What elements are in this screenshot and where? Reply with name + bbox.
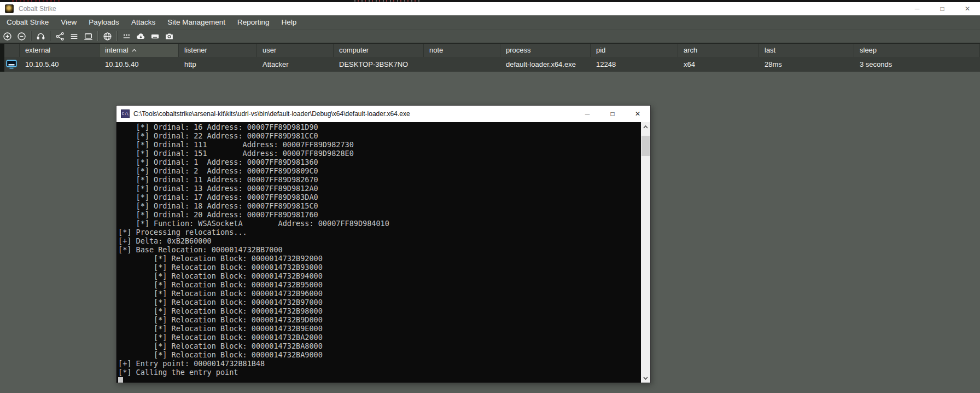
menu-payloads[interactable]: Payloads <box>83 15 125 29</box>
toolbar-separator <box>97 31 98 41</box>
sessions-table-header: external internal listener user computer… <box>0 43 980 57</box>
menu-bar: Cobalt Strike View Payloads Attacks Site… <box>0 15 980 29</box>
menu-cobalt-strike[interactable]: Cobalt Strike <box>1 15 55 29</box>
console-output-area: [*] Ordinal: 16 Address: 00007FF89D981D9… <box>116 122 650 383</box>
close-button[interactable]: ✕ <box>955 2 980 15</box>
window-controls: ─ □ ✕ <box>905 2 980 15</box>
keystrokes-icon[interactable] <box>148 30 162 42</box>
console-window: C:\ C:\Tools\cobaltstrike\arsenal-kit\ki… <box>116 105 651 383</box>
cobalt-strike-app-icon <box>5 4 14 13</box>
cell-arch: x64 <box>678 57 759 72</box>
window-title: Cobalt Strike <box>19 5 56 13</box>
pivot-graph-icon[interactable] <box>52 30 67 42</box>
disconnect-icon[interactable] <box>14 30 28 42</box>
downloads-icon[interactable] <box>133 30 148 42</box>
console-scrollbar[interactable] <box>641 122 650 383</box>
main-window-titlebar[interactable]: Cobalt Strike ─ □ ✕ <box>0 2 980 15</box>
column-header-icon[interactable] <box>0 44 20 57</box>
console-output-text: [*] Ordinal: 16 Address: 00007FF89D981D9… <box>116 122 641 383</box>
menu-reporting[interactable]: Reporting <box>231 15 276 29</box>
credentials-icon[interactable] <box>119 30 133 42</box>
console-close-button[interactable]: ✕ <box>625 106 650 122</box>
targets-table-icon[interactable] <box>81 30 95 42</box>
menu-view[interactable]: View <box>55 15 83 29</box>
background-remnant-pixels <box>12 0 61 2</box>
listeners-icon[interactable] <box>33 30 48 42</box>
column-header-arch[interactable]: arch <box>678 44 759 57</box>
scrollbar-thumb[interactable] <box>641 136 650 156</box>
web-log-icon[interactable] <box>100 30 114 42</box>
column-header-internal-label: internal <box>105 44 129 57</box>
toolbar-separator <box>50 31 50 41</box>
toolbar-separator <box>116 31 117 41</box>
cmd-icon: C:\ <box>121 109 130 118</box>
cell-computer: DESKTOP-3BSK7NO <box>334 57 424 72</box>
background-remnant-pixels <box>354 0 420 2</box>
scrollbar-down-arrow-icon[interactable] <box>641 373 650 383</box>
scrollbar-up-arrow-icon[interactable] <box>641 122 650 131</box>
sort-ascending-icon <box>132 49 137 52</box>
minimize-button[interactable]: ─ <box>905 2 930 15</box>
menu-attacks[interactable]: Attacks <box>125 15 161 29</box>
column-header-last[interactable]: last <box>759 44 854 57</box>
connect-icon[interactable] <box>0 30 14 42</box>
cell-internal: 10.10.5.40 <box>100 57 179 72</box>
column-header-note[interactable]: note <box>424 44 500 57</box>
console-cursor <box>118 377 123 383</box>
beacon-session-icon <box>6 60 17 69</box>
console-titlebar[interactable]: C:\ C:\Tools\cobaltstrike\arsenal-kit\ki… <box>116 106 650 122</box>
cell-listener: http <box>179 57 257 72</box>
column-header-process[interactable]: process <box>500 44 591 57</box>
column-header-sleep[interactable]: sleep <box>854 44 980 57</box>
cell-user: Attacker <box>257 57 334 72</box>
menu-site-management[interactable]: Site Management <box>161 15 231 29</box>
cell-note <box>424 57 500 72</box>
cell-last: 28ms <box>759 57 854 72</box>
menu-help[interactable]: Help <box>276 15 303 29</box>
column-header-external[interactable]: external <box>20 44 100 57</box>
toolbar <box>0 29 980 43</box>
cell-process: default-loader.x64.exe <box>500 57 591 72</box>
console-minimize-button[interactable]: ─ <box>575 106 600 122</box>
sessions-table-icon[interactable] <box>67 30 81 42</box>
console-window-controls: ─ □ ✕ <box>575 106 650 122</box>
column-header-pid[interactable]: pid <box>591 44 678 57</box>
toolbar-separator <box>31 31 31 41</box>
console-maximize-button[interactable]: □ <box>600 106 625 122</box>
session-row[interactable]: 10.10.5.40 10.10.5.40 http Attacker DESK… <box>0 57 980 72</box>
console-title: C:\Tools\cobaltstrike\arsenal-kit\kits\u… <box>133 110 410 118</box>
cell-external: 10.10.5.40 <box>20 57 100 72</box>
maximize-button[interactable]: □ <box>930 2 955 15</box>
column-header-listener[interactable]: listener <box>179 44 257 57</box>
column-header-user[interactable]: user <box>257 44 334 57</box>
column-header-computer[interactable]: computer <box>334 44 424 57</box>
screenshots-icon[interactable] <box>162 30 176 42</box>
session-type-cell <box>0 57 20 72</box>
column-header-internal[interactable]: internal <box>100 44 179 57</box>
cell-pid: 12248 <box>591 57 678 72</box>
cell-sleep: 3 seconds <box>854 57 980 72</box>
